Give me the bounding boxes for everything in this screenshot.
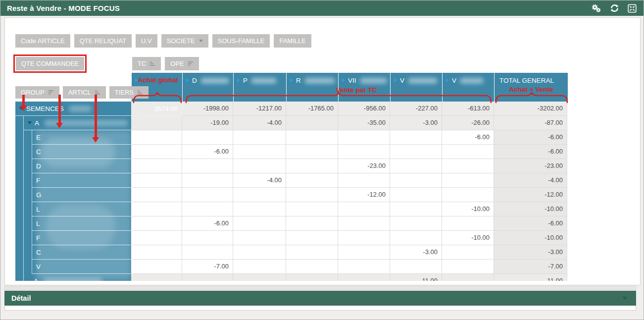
data-cell[interactable] xyxy=(338,130,390,145)
data-cell[interactable] xyxy=(442,159,494,173)
data-cell[interactable] xyxy=(131,231,182,245)
panel-splitter[interactable] xyxy=(4,286,636,290)
filter-field-societe[interactable]: SOCIETE xyxy=(161,34,208,48)
data-cell[interactable] xyxy=(390,130,442,145)
data-cell[interactable]: -6.00 xyxy=(494,145,567,159)
data-cell[interactable]: -12.00 xyxy=(338,188,390,202)
data-cell[interactable] xyxy=(390,202,442,216)
data-cell[interactable] xyxy=(390,159,442,173)
row-header-f-9[interactable]: F xyxy=(15,231,131,245)
row-header-a-12[interactable]: A xyxy=(15,274,131,281)
column-header-vii-4[interactable]: VII xyxy=(339,73,391,102)
data-cell[interactable]: -26.00 xyxy=(442,116,494,130)
data-cell[interactable]: -87.00 xyxy=(494,116,567,130)
row-header-semences-0[interactable]: SEMENCES xyxy=(15,102,131,116)
data-cell[interactable] xyxy=(338,231,390,245)
column-header-r-3[interactable]: R xyxy=(287,73,339,102)
data-cell[interactable]: -23.00 xyxy=(494,159,567,173)
data-cell[interactable] xyxy=(233,260,286,274)
row-field-articl[interactable]: ARTICL xyxy=(63,86,106,99)
expand-icon[interactable] xyxy=(290,78,293,82)
data-cell[interactable]: -4.00 xyxy=(494,173,567,188)
filter-field-sous-famille[interactable]: SOUS-FAMILLE xyxy=(212,34,270,48)
data-cell[interactable] xyxy=(390,173,442,188)
data-cell[interactable] xyxy=(233,216,286,231)
data-cell[interactable] xyxy=(390,260,442,274)
data-cell[interactable]: -10.00 xyxy=(494,202,567,216)
data-cell[interactable] xyxy=(286,116,338,130)
data-cell[interactable] xyxy=(390,231,442,245)
data-cell[interactable] xyxy=(233,159,286,173)
data-cell[interactable] xyxy=(338,216,390,231)
data-cell[interactable] xyxy=(286,145,338,159)
column-header-total-general-7[interactable]: TOTAL GENERALAchat + Vente xyxy=(495,73,568,102)
data-cell[interactable] xyxy=(233,274,286,281)
data-cell[interactable]: -6.00 xyxy=(182,145,233,159)
data-cell[interactable] xyxy=(233,145,286,159)
expand-icon[interactable] xyxy=(446,78,449,82)
data-cell[interactable]: -3.00 xyxy=(494,245,567,260)
data-cell[interactable]: -956.00 xyxy=(338,102,390,116)
collapse-icon[interactable] xyxy=(28,121,32,124)
data-cell[interactable]: -11.00 xyxy=(494,274,567,281)
data-cell[interactable] xyxy=(131,274,182,281)
data-cell[interactable]: -4.00 xyxy=(233,173,286,188)
data-cell[interactable]: -6.00 xyxy=(442,130,494,145)
data-cell[interactable] xyxy=(390,145,442,159)
data-cell[interactable] xyxy=(131,245,182,260)
expand-icon[interactable] xyxy=(394,78,397,82)
filter-field-u-v[interactable]: U.V xyxy=(136,34,157,48)
data-cell[interactable] xyxy=(286,274,338,281)
data-cell[interactable] xyxy=(286,159,338,173)
data-cell[interactable] xyxy=(338,245,390,260)
data-cell[interactable] xyxy=(286,216,338,231)
data-cell[interactable]: -4.00 xyxy=(233,116,286,130)
data-cell[interactable]: -3202.00 xyxy=(494,102,567,116)
data-cell[interactable] xyxy=(286,188,338,202)
data-cell[interactable] xyxy=(286,260,338,274)
data-cell[interactable] xyxy=(131,130,182,145)
data-cell[interactable] xyxy=(442,260,494,274)
row-header-c-3[interactable]: C xyxy=(15,145,131,159)
data-cell[interactable] xyxy=(442,274,494,281)
data-cell[interactable]: -3.00 xyxy=(390,245,442,260)
detail-bar[interactable]: Détail xyxy=(4,291,636,306)
data-cell[interactable] xyxy=(182,159,233,173)
row-field-group[interactable]: GROUP xyxy=(15,86,59,99)
data-cell[interactable]: -10.00 xyxy=(442,202,494,216)
data-cell[interactable]: -613.00 xyxy=(442,102,494,116)
data-field-qte-commandee[interactable]: QTE COMMANDEE xyxy=(16,57,84,70)
data-cell[interactable]: -227.00 xyxy=(390,102,442,116)
data-cell[interactable] xyxy=(390,216,442,231)
data-cell[interactable] xyxy=(182,188,233,202)
data-cell[interactable] xyxy=(131,260,182,274)
data-cell[interactable] xyxy=(442,245,494,260)
data-cell[interactable] xyxy=(286,231,338,245)
row-header-d-4[interactable]: D xyxy=(15,159,131,173)
refresh-icon[interactable] xyxy=(609,3,619,13)
data-cell[interactable] xyxy=(286,130,338,145)
data-cell[interactable] xyxy=(286,245,338,260)
row-field-tiers[interactable]: TIERS xyxy=(109,86,149,99)
data-cell[interactable] xyxy=(233,130,286,145)
row-header-v-11[interactable]: V xyxy=(15,260,131,274)
data-cell[interactable] xyxy=(131,145,182,159)
data-cell[interactable] xyxy=(182,245,233,260)
data-cell[interactable]: -3.00 xyxy=(390,116,442,130)
data-cell[interactable] xyxy=(182,231,233,245)
data-cell[interactable]: -12.00 xyxy=(494,188,567,202)
data-cell[interactable] xyxy=(131,202,182,216)
data-cell[interactable]: -6.00 xyxy=(494,216,567,231)
data-cell[interactable]: -1998.00 xyxy=(182,102,233,116)
row-header-e-2[interactable]: E xyxy=(15,130,131,145)
data-cell[interactable]: -6.00 xyxy=(494,130,567,145)
row-header-g-6[interactable]: G xyxy=(15,188,131,202)
column-field-ope[interactable]: OPE xyxy=(165,57,198,70)
data-cell[interactable] xyxy=(338,145,390,159)
data-cell[interactable] xyxy=(442,216,494,231)
column-header-p-2[interactable]: P xyxy=(234,73,287,102)
row-header-c-10[interactable]: C xyxy=(15,245,131,260)
data-cell[interactable] xyxy=(131,216,182,231)
data-cell[interactable]: -6.00 xyxy=(182,216,233,231)
row-header-f-5[interactable]: F xyxy=(15,173,131,188)
